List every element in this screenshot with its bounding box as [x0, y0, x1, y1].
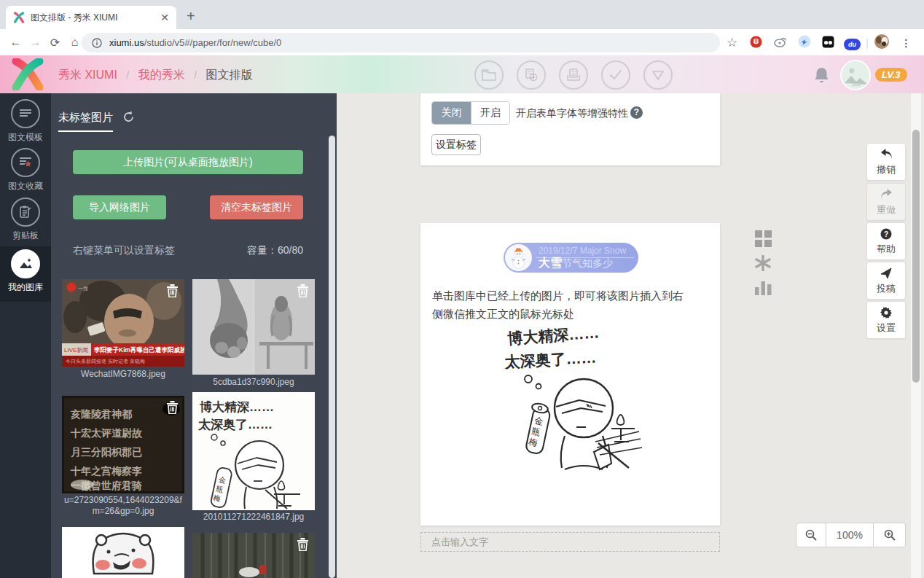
snowflake-icon[interactable]: [755, 255, 771, 271]
brand-link[interactable]: 秀米 XIUMI: [58, 69, 117, 81]
submit-icon: [867, 267, 905, 281]
import-web-image-button[interactable]: 导入网络图片: [73, 195, 166, 219]
toggle-on-button[interactable]: 开启: [471, 102, 509, 124]
info-icon: [92, 38, 102, 48]
breadcrumb-my-xiumi[interactable]: 我的秀米: [138, 69, 185, 81]
redo-button[interactable]: 重做: [866, 183, 906, 221]
help-button[interactable]: ? 帮助: [866, 222, 906, 260]
thumbnail-image[interactable]: 亥隆陵君神都 十宏太评道尉故 月三分阳枳郡已 十年之宫梅察李 一徽曾世府君骑: [62, 396, 184, 493]
url-text: xiumi.us/studio/v5#/paper/for/new/cube/0: [109, 37, 281, 48]
svg-text:太深奥了……: 太深奥了……: [504, 348, 597, 370]
cartoon-image[interactable]: 博大精深…… 太深奥了…… 金 瓶 梅: [502, 327, 659, 475]
zoom-out-button[interactable]: [796, 523, 826, 547]
settings-button[interactable]: 设置: [866, 301, 906, 339]
svg-text:梅: 梅: [212, 493, 222, 503]
sidebar-item-clipboard[interactable]: 剪贴板: [0, 198, 51, 250]
download-icon[interactable]: [643, 60, 673, 90]
profile-avatar[interactable]: [870, 34, 894, 51]
clear-untagged-button[interactable]: 清空未标签图片: [210, 195, 303, 219]
enhanced-features-toggle: 关闭 开启: [431, 101, 510, 125]
undo-button[interactable]: 撤销: [866, 143, 906, 181]
breadcrumb-layout: 图文排版: [205, 69, 252, 81]
thumbnail-image[interactable]: [62, 527, 184, 578]
tab-untagged-images[interactable]: 未标签图片: [58, 111, 113, 132]
sidebar-item-favorites[interactable]: 图文收藏: [0, 148, 51, 200]
help-question-icon[interactable]: ?: [630, 106, 643, 119]
templates-icon: [11, 99, 40, 128]
back-icon[interactable]: ←: [6, 36, 26, 49]
tab-title: 图文排版 - 秀米 XIUMI: [31, 12, 156, 24]
canvas-scrollbar-thumb[interactable]: [912, 130, 920, 383]
canvas-scrollbar-track[interactable]: [911, 93, 921, 578]
forward-icon[interactable]: →: [26, 36, 45, 49]
delete-image-icon[interactable]: [166, 284, 179, 297]
bar-chart-icon[interactable]: [755, 280, 772, 295]
badge-title: 大雪节气知多少: [539, 256, 613, 270]
xiumi-favicon: [13, 12, 25, 23]
snow-season-badge[interactable]: 2019/12/7 Major Snow 大雪节气知多少: [504, 243, 638, 273]
content-card[interactable]: 2019/12/7 Major Snow 大雪节气知多少 单击图库中已经上传的图…: [420, 223, 720, 526]
tab-close-icon[interactable]: ✕: [160, 12, 169, 23]
delete-image-icon[interactable]: [297, 537, 309, 551]
clipboard-icon: [11, 198, 40, 227]
toggle-off-button[interactable]: 关闭: [432, 102, 471, 124]
image-filename: 5cdba1d37c990.jpeg: [192, 377, 315, 388]
instruction-paragraph[interactable]: 单击图库中已经上传的图片，即可将该图片插入到右侧微信推文正文的鼠标光标处: [432, 286, 689, 323]
browser-tab-strip: 图文排版 - 秀米 XIUMI ✕ +: [0, 0, 924, 29]
user-avatar[interactable]: wmxzt: [840, 60, 871, 90]
svg-text:金: 金: [217, 475, 227, 485]
thumbnail-image[interactable]: 博大精深…… 太深奥了…… 金 瓶 梅: [192, 392, 315, 510]
bird-extension-icon[interactable]: [792, 35, 816, 50]
breadcrumb: 秀米 XIUMI / 我的秀米 / 图文排版: [58, 68, 252, 83]
refresh-icon[interactable]: [122, 111, 135, 123]
copy-doc-icon[interactable]: [517, 60, 546, 90]
thumbnail-image[interactable]: [192, 279, 315, 375]
submit-button[interactable]: 投稿: [866, 262, 906, 300]
svg-text:wmxzt: wmxzt: [852, 83, 861, 87]
svg-text:今日头条新闻报道 实时记者 黄晓梅: 今日头条新闻报道 实时记者 黄晓梅: [66, 358, 145, 364]
glasses-extension-icon[interactable]: [816, 36, 840, 50]
set-tag-button[interactable]: 设置标签: [431, 134, 481, 155]
upload-image-button[interactable]: 上传图片(可从桌面拖放图片): [73, 150, 303, 174]
adblock-extension-icon[interactable]: [744, 36, 768, 50]
left-sidebar: 图文模板 图文收藏 剪贴板 我的图库 ❮ 收起: [0, 93, 51, 578]
toggle-label: 开启表单字体等增强特性: [516, 107, 628, 120]
redo-icon: [867, 189, 905, 202]
bookmark-star-icon[interactable]: ☆: [720, 35, 744, 50]
help-icon: ?: [867, 228, 905, 241]
delete-image-icon[interactable]: [166, 400, 179, 414]
svg-text:李阳妻子Kim再曝自己遭李阳威胁: 李阳妻子Kim再曝自己遭李阳威胁: [93, 346, 184, 354]
import-doc-icon[interactable]: [559, 60, 588, 90]
undo-icon: [867, 149, 905, 162]
folder-icon[interactable]: [474, 60, 504, 90]
url-bar[interactable]: xiumi.us/studio/v5#/paper/for/new/cube/0: [82, 33, 720, 52]
layout-grid-icon[interactable]: [755, 230, 772, 247]
sidebar-item-my-gallery[interactable]: 我的图库: [0, 246, 51, 302]
settings-card: 关闭 开启 开启表单字体等增强特性 ? 设置标签: [420, 93, 720, 165]
check-icon[interactable]: [601, 60, 630, 90]
divider: |: [866, 36, 869, 49]
thumbnail-image[interactable]: [192, 533, 315, 578]
right-click-hint: 右键菜单可以设置标签: [73, 244, 175, 257]
badge-date: 2019/12/7 Major Snow: [539, 246, 626, 256]
weibo-extension-icon[interactable]: [768, 36, 792, 50]
browser-tab[interactable]: 图文排版 - 秀米 XIUMI ✕: [6, 6, 176, 29]
capacity-label: 容量：60/80: [247, 244, 303, 257]
du-extension-icon[interactable]: du: [840, 37, 864, 49]
panel-scrollbar[interactable]: [329, 136, 335, 578]
browser-menu-icon[interactable]: ⋮: [894, 37, 918, 49]
snowman-icon: [505, 244, 532, 271]
text-input-placeholder[interactable]: 点击输入文字: [420, 532, 720, 552]
notifications-bell-icon[interactable]: [813, 66, 830, 84]
thumbnail-image[interactable]: 一搜 LIVE新闻 李阳妻子Kim再曝自己遭李阳威胁 今日头条新闻报道 实时记者…: [62, 279, 184, 367]
svg-text:十宏太评道尉故: 十宏太评道尉故: [70, 427, 143, 439]
xiumi-logo[interactable]: [10, 58, 45, 90]
image-filename: WechatIMG7868.jpeg: [62, 369, 184, 380]
sidebar-item-templates[interactable]: 图文模板: [0, 99, 51, 152]
zoom-in-button[interactable]: [873, 523, 906, 547]
level-badge[interactable]: LV.3: [875, 68, 907, 82]
new-tab-button[interactable]: +: [187, 8, 195, 25]
reload-icon[interactable]: ⟳: [45, 36, 65, 50]
delete-image-icon[interactable]: [297, 284, 309, 297]
editor-canvas: 关闭 开启 开启表单字体等增强特性 ? 设置标签 2019/12/7 Major…: [337, 93, 924, 578]
